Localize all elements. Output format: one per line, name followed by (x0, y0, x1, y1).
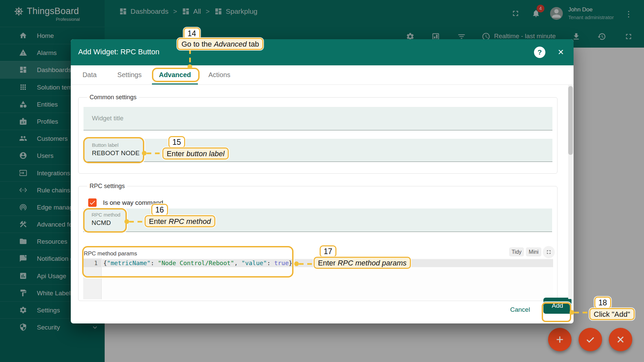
active-tab-indicator (152, 83, 198, 84)
annotation-connector (129, 221, 145, 223)
tab-settings[interactable]: Settings (110, 65, 149, 84)
annotation-text: Enter button label (162, 147, 229, 160)
decline-changes-fab[interactable] (609, 328, 632, 351)
annotation-box-advanced-tab (152, 68, 200, 82)
button-label-field[interactable]: Button label REBOOT NODE (84, 139, 552, 162)
tab-actions[interactable]: Actions (201, 65, 238, 84)
annotation-text: Click "Add" (589, 308, 635, 320)
plus-icon (554, 334, 565, 345)
annotation-connector (189, 49, 191, 65)
annotation-box-rpc-params (82, 246, 293, 278)
annotation-dot (570, 310, 574, 315)
annotation-dot (187, 64, 192, 69)
one-way-checkbox[interactable] (88, 198, 97, 207)
close-icon (615, 334, 626, 345)
annotation-step-number: 17 (320, 245, 336, 257)
expand-editor-button[interactable] (543, 246, 555, 258)
annotation-text: Enter RPC method (145, 215, 215, 227)
dialog-tabs: Data Settings Advanced Actions (71, 65, 574, 85)
annotation-box-button-label (83, 137, 144, 163)
fieldset-legend: RPC settings (87, 183, 127, 190)
annotation-dot (294, 261, 299, 266)
tab-data[interactable]: Data (75, 65, 104, 84)
annotation-box-add-button (542, 302, 571, 322)
annotation-step-number: 15 (168, 136, 185, 148)
annotation-step-number: 16 (151, 204, 168, 216)
fieldset-legend: Common settings (87, 94, 139, 101)
dialog-title: Add Widget: RPC Button (78, 48, 159, 56)
close-icon[interactable]: × (555, 47, 567, 58)
common-settings-fieldset: Common settings Widget title Button labe… (78, 97, 557, 174)
dialog-scrollbar[interactable] (568, 85, 573, 299)
add-widget-dialog: Add Widget: RPC Button ? × Data Settings… (71, 39, 574, 323)
annotation-dot (124, 219, 129, 224)
annotation-dot (142, 151, 147, 156)
widget-title-field[interactable]: Widget title (84, 107, 552, 130)
annotation-text: Enter RPC method params (314, 257, 411, 269)
annotation-connector (574, 312, 590, 313)
annotation-connector (147, 153, 162, 154)
app: Dashboards > All > Sparkplug 4 John Doe … (0, 0, 644, 362)
cancel-button[interactable]: Cancel (510, 306, 530, 313)
annotation-step-number: 18 (594, 297, 611, 309)
check-icon (585, 334, 596, 345)
check-icon (89, 199, 96, 206)
annotation-connector (299, 263, 314, 265)
widget-title-placeholder: Widget title (92, 115, 123, 122)
mini-button[interactable]: Mini (526, 247, 541, 256)
dialog-actions: Cancel Add (71, 301, 574, 323)
annotation-box-rpc-method (83, 208, 127, 233)
help-button[interactable]: ? (534, 47, 545, 58)
apply-changes-fab[interactable] (579, 328, 602, 351)
scrollbar-thumb[interactable] (568, 86, 573, 155)
fullscreen-icon (546, 249, 552, 255)
tidy-button[interactable]: Tidy (509, 247, 524, 256)
annotation-text: Go to the Advanced tab (177, 38, 263, 50)
dialog-header: Add Widget: RPC Button ? × (71, 39, 574, 65)
add-widget-fab[interactable] (548, 328, 572, 351)
